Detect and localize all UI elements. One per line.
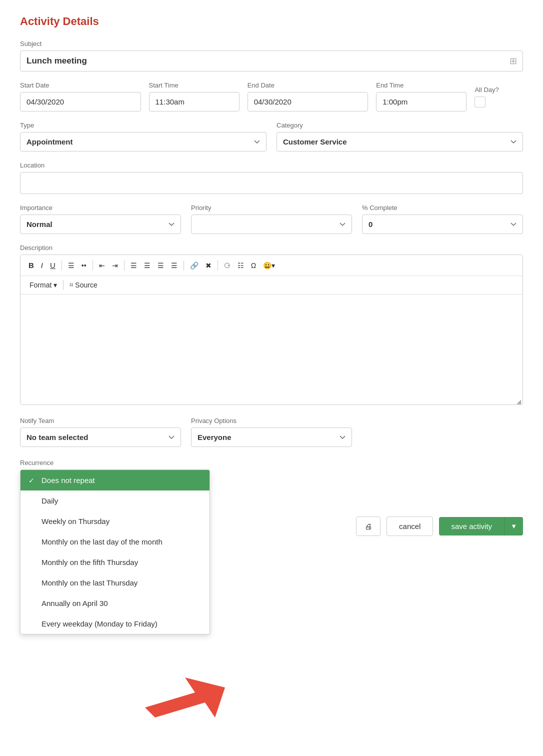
priority-select[interactable]: [191, 214, 352, 234]
percent-complete-select[interactable]: 0: [362, 214, 523, 234]
source-button[interactable]: ⌗ Source: [66, 279, 101, 291]
resize-handle[interactable]: ◢: [516, 398, 522, 404]
ordered-list-button[interactable]: ☰: [65, 260, 78, 272]
location-label: Location: [20, 162, 523, 169]
toolbar-separator-3: [124, 260, 124, 270]
importance-select[interactable]: Normal: [20, 214, 181, 234]
format-label: Format: [30, 281, 52, 289]
category-select[interactable]: Customer Service: [276, 132, 523, 152]
subject-wrapper: ⊞: [20, 50, 523, 72]
toolbar-separator-4: [184, 260, 184, 270]
notify-privacy-row: Notify Team No team selected Privacy Opt…: [20, 417, 523, 447]
subject-input[interactable]: [20, 50, 523, 72]
subject-section: Subject ⊞: [20, 40, 523, 72]
type-field: Type Appointment: [20, 122, 266, 152]
unlink-button[interactable]: ✖: [202, 260, 214, 272]
source-label: Source: [75, 281, 97, 289]
all-day-label: All Day?: [474, 86, 523, 94]
recurrence-option-label-7: Every weekday (Monday to Friday): [42, 620, 158, 628]
recurrence-option-label-1: Daily: [42, 496, 58, 505]
importance-priority-row: Importance Normal Priority % Complete 0: [20, 204, 523, 234]
recurrence-option-weekly-thursday[interactable]: Weekly on Thursday: [20, 511, 210, 532]
recurrence-option-monthly-fifth-thursday[interactable]: Monthly on the fifth Thursday: [20, 552, 210, 572]
category-field: Category Customer Service: [276, 122, 523, 152]
format-button[interactable]: Format ▾: [26, 279, 61, 291]
recurrence-option-annually[interactable]: Annually on April 30: [20, 593, 210, 614]
decrease-indent-button[interactable]: ⇤: [96, 260, 108, 272]
priority-field: Priority: [191, 204, 352, 234]
privacy-options-field: Privacy Options Everyone: [191, 417, 352, 447]
toolbar-separator-1: [62, 260, 62, 270]
recurrence-option-monthly-last-day[interactable]: Monthly on the last day of the month: [20, 532, 210, 552]
recurrence-option-monthly-last-thursday[interactable]: Monthly on the last Thursday: [20, 572, 210, 593]
toolbar-separator-5: [218, 260, 218, 270]
subject-icon: ⊞: [510, 56, 517, 66]
type-category-row: Type Appointment Category Customer Servi…: [20, 122, 523, 152]
location-input[interactable]: [20, 172, 523, 194]
italic-button[interactable]: I: [38, 259, 46, 272]
description-section: Description B I U ☰ •• ⇤ ⇥ ☰ ☰ ☰ ☰ 🔗 ✖ ⚆…: [20, 244, 523, 405]
recurrence-option-label-4: Monthly on the fifth Thursday: [42, 558, 138, 566]
notify-team-field: Notify Team No team selected: [20, 417, 181, 447]
underline-button[interactable]: U: [47, 259, 58, 272]
align-justify-button[interactable]: ☰: [168, 260, 180, 272]
category-label: Category: [276, 122, 523, 129]
priority-label: Priority: [191, 204, 352, 212]
editor-body[interactable]: ◢: [20, 294, 522, 404]
privacy-options-label: Privacy Options: [191, 417, 352, 424]
date-time-row: Start Date Start Time End Date End Time …: [20, 82, 523, 112]
check-icon: ✓: [28, 476, 36, 484]
print-icon: 🖨: [364, 522, 372, 530]
recurrence-option-every-weekday[interactable]: Every weekday (Monday to Friday): [20, 614, 210, 634]
description-label: Description: [20, 244, 523, 252]
save-activity-button[interactable]: save activity: [439, 517, 504, 536]
recurrence-option-does-not-repeat[interactable]: ✓ Does not repeat: [20, 470, 210, 490]
increase-indent-button[interactable]: ⇥: [109, 260, 121, 272]
start-time-input[interactable]: [149, 92, 240, 112]
end-time-input[interactable]: [376, 92, 466, 112]
recurrence-section: Recurrence ✓ Does not repeat Daily Weekl…: [20, 459, 523, 466]
recurrence-option-label-5: Monthly on the last Thursday: [42, 578, 138, 587]
bold-button[interactable]: B: [26, 259, 37, 272]
subject-label: Subject: [20, 40, 523, 48]
editor-container: B I U ☰ •• ⇤ ⇥ ☰ ☰ ☰ ☰ 🔗 ✖ ⚆ ☷ Ω 😀▾ Form…: [20, 254, 523, 405]
omega-button[interactable]: Ω: [248, 260, 259, 272]
print-button[interactable]: 🖨: [356, 516, 380, 536]
end-time-label: End Time: [376, 82, 466, 89]
align-left-button[interactable]: ☰: [128, 260, 140, 272]
cancel-button[interactable]: cancel: [386, 516, 433, 536]
start-time-label: Start Time: [149, 82, 240, 89]
save-activity-group: save activity ▼: [439, 517, 523, 536]
recurrence-option-daily[interactable]: Daily: [20, 490, 210, 511]
align-center-button[interactable]: ☰: [141, 260, 154, 272]
all-day-checkbox[interactable]: [474, 96, 486, 108]
image-button[interactable]: ⚆: [221, 260, 234, 272]
location-section: Location: [20, 162, 523, 194]
recurrence-label: Recurrence: [20, 459, 523, 466]
privacy-options-select[interactable]: Everyone: [191, 428, 352, 447]
percent-complete-label: % Complete: [362, 204, 523, 212]
emoji-button[interactable]: 😀▾: [260, 260, 278, 272]
table-button[interactable]: ☷: [234, 260, 247, 272]
start-date-label: Start Date: [20, 82, 141, 89]
align-right-button[interactable]: ☰: [154, 260, 167, 272]
save-activity-dropdown-button[interactable]: ▼: [504, 517, 523, 536]
end-date-input[interactable]: [248, 92, 368, 112]
recurrence-option-label-3: Monthly on the last day of the month: [42, 538, 162, 546]
type-select[interactable]: Appointment: [20, 132, 266, 152]
type-label: Type: [20, 122, 266, 129]
start-date-input[interactable]: [20, 92, 141, 112]
all-day-checkbox-wrap: [474, 96, 523, 112]
notify-team-select[interactable]: No team selected: [20, 428, 181, 447]
svg-marker-0: [145, 678, 225, 718]
importance-field: Importance Normal: [20, 204, 181, 234]
recurrence-option-label-0: Does not repeat: [42, 476, 95, 484]
link-button[interactable]: 🔗: [187, 260, 202, 272]
start-time-field: Start Time: [149, 82, 240, 112]
unordered-list-button[interactable]: ••: [78, 260, 90, 272]
importance-label: Importance: [20, 204, 181, 212]
all-day-field: All Day?: [474, 86, 523, 112]
recurrence-option-label-2: Weekly on Thursday: [42, 517, 110, 526]
recurrence-menu: ✓ Does not repeat Daily Weekly on Thursd…: [20, 470, 210, 634]
format-chevron-icon: ▾: [54, 281, 57, 289]
